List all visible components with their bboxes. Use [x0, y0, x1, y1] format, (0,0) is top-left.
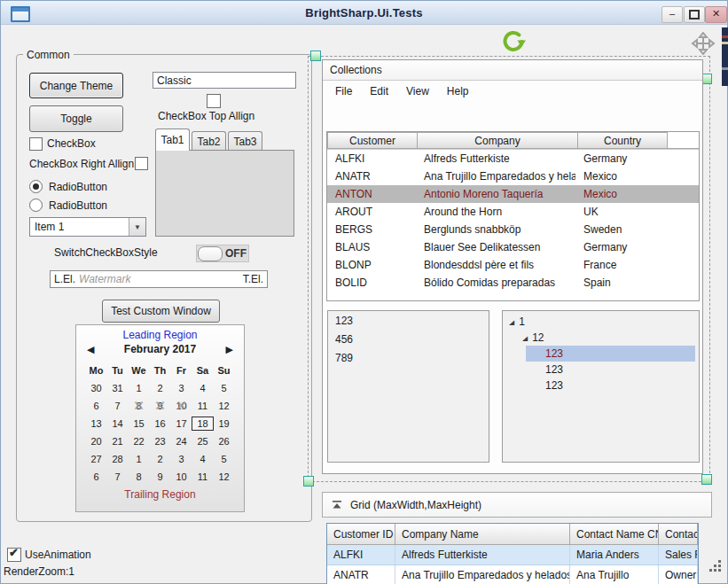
- calendar-day[interactable]: 1: [129, 450, 150, 468]
- menu-item-help[interactable]: Help: [440, 83, 476, 99]
- calendar-day[interactable]: 24: [171, 432, 192, 450]
- tree-leaf-item[interactable]: 123: [526, 362, 695, 378]
- table-row[interactable]: ALFKIAlfreds FutterkisteMaria AndersSale…: [327, 545, 698, 565]
- grid2-col-company-name[interactable]: Company Name: [395, 524, 570, 545]
- tree-expanded-icon[interactable]: ◢: [509, 318, 514, 325]
- menu-item-view[interactable]: View: [399, 83, 436, 99]
- calendar-day[interactable]: 6: [86, 397, 107, 415]
- calendar-day[interactable]: 7: [107, 468, 129, 486]
- table-row[interactable]: ANATRAna Trujillo Emparedados y heladosA…: [327, 565, 698, 584]
- tree-expanded-icon[interactable]: ◢: [522, 334, 528, 341]
- calendar-day[interactable]: 19: [214, 415, 235, 432]
- table-row[interactable]: ALFKIAlfreds FutterkisteGermany: [327, 150, 699, 167]
- calendar-day[interactable]: 26: [214, 432, 235, 450]
- calendar-day[interactable]: 1: [129, 379, 150, 397]
- menu-item-edit[interactable]: Edit: [363, 83, 395, 99]
- theme-input[interactable]: Classic: [153, 72, 296, 89]
- calendar-day[interactable]: 13: [86, 415, 107, 432]
- calendar-day[interactable]: 15: [129, 415, 150, 432]
- table-row[interactable]: BLONPBlondesddsl père et filsFrance: [327, 256, 699, 274]
- list-item[interactable]: 789: [328, 349, 489, 367]
- toggle-button[interactable]: Toggle: [29, 105, 123, 132]
- calendar-day[interactable]: 6: [86, 468, 107, 486]
- grid-col-customer[interactable]: Customer: [327, 132, 418, 149]
- calendar-day[interactable]: 30: [86, 379, 107, 397]
- calendar-day[interactable]: 28: [107, 450, 129, 468]
- selection-handle-top-left[interactable]: [310, 51, 321, 61]
- calendar-day[interactable]: 11: [192, 468, 214, 486]
- calendar-day[interactable]: 9: [150, 468, 171, 486]
- radio-row-2[interactable]: RadioButton: [29, 199, 107, 212]
- calendar-day[interactable]: 14: [107, 415, 129, 432]
- test-custom-window-button[interactable]: Test Custom Window: [102, 300, 220, 323]
- grid2-col-customer-id[interactable]: Customer ID: [327, 524, 395, 545]
- calendar-day[interactable]: 22: [129, 432, 150, 450]
- grid2-col-contact-name-cn[interactable]: Contact Name CN: [570, 524, 659, 545]
- calendar-day[interactable]: 31: [107, 379, 129, 397]
- selection-handle-bottom-left[interactable]: [303, 476, 314, 487]
- calendar-day[interactable]: 8: [129, 397, 150, 415]
- calendar-day[interactable]: 8: [129, 468, 150, 486]
- table-row[interactable]: BOLIDBólido Comidas preparadasSpain: [327, 274, 699, 292]
- calendar-day[interactable]: 5: [214, 450, 235, 468]
- calendar-day[interactable]: 4: [192, 379, 214, 397]
- calendar-day[interactable]: 17: [171, 415, 192, 432]
- calendar-day[interactable]: 4: [192, 450, 214, 468]
- calendar-day[interactable]: 23: [150, 432, 171, 450]
- calendar-day[interactable]: 10: [171, 397, 192, 415]
- checkbox-plain[interactable]: [29, 137, 43, 151]
- calendar-day[interactable]: 18: [192, 415, 214, 432]
- calendar-day[interactable]: 20: [86, 432, 107, 450]
- numbers-listbox[interactable]: 123456789: [327, 310, 489, 463]
- table-row[interactable]: ANTONAntonio Moreno TaqueríaMexico: [327, 185, 699, 203]
- tab-tab3[interactable]: Tab3: [228, 131, 262, 151]
- grid-col-company[interactable]: Company: [418, 132, 578, 149]
- calendar-day[interactable]: 2: [150, 450, 171, 468]
- tree-leaf-item[interactable]: 123: [526, 346, 695, 362]
- tree-node-root[interactable]: ◢ 1: [503, 314, 699, 330]
- checkbox-top-align[interactable]: [207, 94, 221, 108]
- calendar-day[interactable]: 3: [171, 450, 192, 468]
- item-combobox[interactable]: Item 1 ▼: [29, 217, 146, 237]
- selection-handle-bottom-right[interactable]: [701, 474, 712, 485]
- move-handle-icon[interactable]: [691, 32, 716, 55]
- maximize-button[interactable]: [684, 6, 705, 23]
- calendar-month-label[interactable]: February 2017: [94, 343, 225, 355]
- switch-thumb[interactable]: [198, 246, 223, 261]
- calendar-day[interactable]: 16: [150, 415, 171, 432]
- calendar-day[interactable]: 11: [192, 397, 214, 415]
- calendar-day[interactable]: 7: [107, 397, 129, 415]
- grid-expander-header[interactable]: Grid (MaxWidth,MaxHeight): [322, 492, 712, 518]
- grid2-col-contact[interactable]: Contact: [659, 524, 698, 545]
- radio-row-1[interactable]: RadioButton: [29, 180, 107, 193]
- tab-tab1[interactable]: Tab1: [155, 128, 190, 151]
- close-button[interactable]: ✕: [705, 6, 727, 23]
- calendar-day[interactable]: 3: [171, 379, 192, 397]
- change-theme-button[interactable]: Change Theme: [29, 73, 123, 98]
- list-item[interactable]: 123: [328, 312, 489, 330]
- calendar-day[interactable]: 27: [86, 450, 107, 468]
- use-animation-checkbox[interactable]: ✔: [7, 548, 21, 562]
- calendar-day[interactable]: 12: [214, 468, 235, 486]
- calendar-day[interactable]: 21: [107, 432, 129, 450]
- menu-item-file[interactable]: File: [328, 83, 359, 99]
- rotate-handle-icon[interactable]: [497, 28, 526, 53]
- minimize-button[interactable]: –: [661, 6, 683, 23]
- checkbox-right-align[interactable]: [135, 157, 148, 170]
- table-row[interactable]: BLAUSBlauer See DelikatessenGermany: [327, 238, 699, 256]
- treeview[interactable]: ◢ 1 ◢ 12 123123123: [502, 310, 700, 463]
- grid-col-country[interactable]: Country: [578, 132, 668, 149]
- calendar-day[interactable]: 2: [150, 379, 171, 397]
- watermark-textbox[interactable]: L.El. Watermark T.El.: [50, 270, 268, 288]
- tree-node-child[interactable]: ◢ 12: [503, 330, 699, 346]
- calendar-day[interactable]: 12: [214, 397, 235, 415]
- calendar-day[interactable]: 10: [171, 468, 192, 486]
- calendar-day[interactable]: 5: [214, 379, 235, 397]
- chevron-down-icon[interactable]: ▼: [129, 218, 145, 236]
- table-row[interactable]: BERGSBerglunds snabbköpSweden: [327, 221, 699, 238]
- switch-checkbox[interactable]: OFF: [196, 245, 249, 262]
- tab-tab2[interactable]: Tab2: [192, 131, 226, 151]
- resize-grip[interactable]: [708, 559, 722, 572]
- list-item[interactable]: 456: [328, 331, 489, 348]
- tree-leaf-item[interactable]: 123: [526, 378, 695, 393]
